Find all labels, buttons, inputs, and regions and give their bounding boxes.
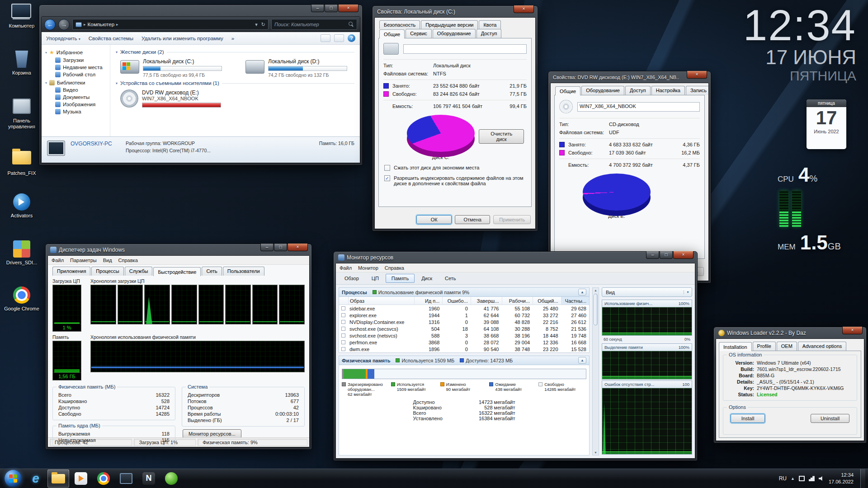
tab-cpu[interactable]: ЦП — [366, 274, 385, 283]
tab-services[interactable]: Службы — [125, 267, 153, 276]
loader-titlebar[interactable]: Windows Loader v2.2.2 - By Daz × — [716, 327, 864, 338]
process-checkbox[interactable] — [341, 320, 345, 324]
breadcrumb[interactable]: Компьютер — [88, 22, 115, 27]
close-button[interactable]: × — [338, 5, 359, 12]
index-checkbox-row[interactable]: ✓ Разрешить индексировать содержимое фай… — [379, 173, 531, 188]
forward-button[interactable]: → — [58, 19, 70, 30]
process-row[interactable]: svchost.exe (netsvcs)588338 66838 19618 … — [339, 332, 589, 339]
explorer-titlebar[interactable]: – □ × — [41, 5, 360, 16]
dialog-titlebar[interactable]: Свойства: Локальный диск (C:) × — [374, 6, 536, 17]
back-button[interactable]: ← — [44, 19, 56, 30]
section-removable[interactable]: ▾ Устройства со съемными носителями (1) — [116, 80, 354, 86]
hidden-icons-chevron[interactable]: ▲ — [791, 476, 795, 481]
tab-customize[interactable]: Настройка — [651, 86, 685, 95]
collapse-button[interactable]: ▴ — [578, 289, 586, 296]
tab-networking[interactable]: Сеть — [202, 267, 222, 276]
close-button[interactable]: × — [288, 244, 308, 251]
language-indicator[interactable]: RU — [779, 475, 787, 482]
menu-monitor[interactable]: Монитор — [358, 265, 378, 271]
process-checkbox[interactable] — [341, 306, 345, 310]
scroll-down-icon[interactable]: ▼ — [594, 451, 597, 454]
index-checkbox[interactable]: ✓ — [384, 175, 390, 181]
menu-view[interactable]: Вид — [103, 258, 112, 263]
tab-performance[interactable]: Быстродействие — [153, 267, 201, 276]
sidebar-item-recent[interactable]: Недавние места — [45, 64, 110, 71]
change-view-button[interactable] — [321, 34, 330, 42]
apply-button[interactable]: Применить — [493, 215, 531, 224]
resource-monitor-titlebar[interactable]: Монитор ресурсов – □ × — [335, 252, 695, 263]
help-button[interactable]: ? — [348, 34, 355, 42]
desktop-icon-drivers-sdi[interactable]: Drivers_SDI... — [3, 240, 41, 266]
vertical-scrollbar[interactable]: ▲ ▼ — [592, 287, 599, 455]
update-tray-icon[interactable] — [799, 476, 805, 481]
process-checkbox[interactable] — [341, 327, 345, 331]
tab-tools[interactable]: Сервис — [406, 29, 432, 38]
tab-hardware[interactable]: Оборудование — [433, 29, 476, 38]
scroll-up-icon[interactable]: ▲ — [594, 289, 597, 292]
minimize-button[interactable]: – — [311, 5, 324, 12]
resource-monitor-button[interactable]: Монитор ресурсов... — [183, 429, 241, 438]
tab-memory[interactable]: Память — [386, 274, 415, 283]
desktop-icon-control-panel[interactable]: Панель управления — [3, 98, 41, 129]
taskbar-media-player[interactable] — [70, 469, 92, 488]
sidebar-item-downloads[interactable]: Загрузки — [45, 56, 110, 64]
compress-checkbox-row[interactable]: Сжать этот диск для экономии места — [379, 163, 531, 173]
taskbar-explorer[interactable] — [47, 469, 69, 488]
refresh-icon[interactable]: ↻ — [261, 22, 265, 28]
install-button[interactable]: Install — [731, 414, 765, 423]
maximize-button[interactable]: □ — [660, 251, 673, 259]
process-checkbox[interactable] — [341, 313, 345, 317]
section-collapse-icon[interactable]: ▾ — [116, 50, 118, 54]
desktop-icon-activators[interactable]: Activators — [3, 193, 41, 219]
minimize-button[interactable]: – — [646, 251, 659, 259]
tab-previous-versions[interactable]: Предыдущие версии — [421, 20, 478, 29]
volume-tray-icon[interactable] — [819, 476, 825, 481]
processes-section-header[interactable]: Процессы Использование физической памяти… — [339, 287, 590, 297]
close-button[interactable]: × — [687, 71, 707, 79]
tab-general[interactable]: Общие — [379, 29, 405, 38]
expander-icon[interactable]: ▾ — [45, 81, 47, 85]
process-row[interactable]: dwm.exe1896090 54038 74823 22015 528 — [339, 346, 589, 352]
more-commands-button[interactable]: » — [231, 36, 234, 41]
sidebar-item-documents[interactable]: Документы — [45, 94, 110, 101]
taskbar-n-app[interactable]: N — [138, 469, 160, 488]
taskbar-terminal-app[interactable] — [115, 469, 137, 488]
uninstall-program-button[interactable]: Удалить или изменить программу — [142, 36, 223, 41]
tab-applications[interactable]: Приложения — [52, 267, 90, 276]
preview-pane-button[interactable] — [334, 34, 344, 42]
maximize-button[interactable]: □ — [325, 5, 338, 12]
process-checkbox[interactable] — [341, 347, 345, 351]
close-button[interactable]: × — [514, 5, 534, 13]
view-dropdown-button[interactable]: Вид ▾ — [602, 287, 692, 297]
tab-sharing[interactable]: Доступ — [476, 29, 502, 38]
collapse-button[interactable]: ▴ — [578, 357, 586, 364]
taskbar-green-app[interactable] — [160, 469, 182, 488]
process-checkbox[interactable] — [341, 340, 345, 344]
tab-users[interactable]: Пользователи — [223, 267, 264, 276]
process-row[interactable]: NVDisplay.Container.exe1316039 08848 828… — [339, 319, 589, 325]
drive-c-item[interactable]: Локальный диск (C:) 77,5 ГБ свободно из … — [120, 58, 229, 78]
search-box[interactable]: Поиск: Компьютер — [271, 19, 357, 30]
taskbar-internet-explorer[interactable]: e — [25, 469, 47, 488]
task-manager-titlebar[interactable]: Диспетчер задач Windows – □ × — [47, 244, 310, 255]
menu-options[interactable]: Параметры — [70, 258, 97, 263]
tab-processes[interactable]: Процессы — [91, 267, 123, 276]
process-table-header[interactable]: Образ Ид п... Ошибо... Заверш... Рабочи.… — [339, 297, 589, 305]
network-tray-icon[interactable] — [809, 476, 815, 481]
dialog-titlebar[interactable]: Свойства: DVD RW дисковод (E:) WIN7_X86_… — [550, 71, 709, 83]
taskbar-chrome[interactable] — [93, 469, 114, 488]
close-button[interactable]: × — [842, 327, 863, 334]
address-dropdown-icon[interactable]: ▾ — [255, 22, 258, 28]
desktop-icon-patches-fix[interactable]: Patches_FIX — [3, 148, 41, 176]
menu-help[interactable]: Справка — [385, 265, 404, 271]
calendar-gadget[interactable]: пятница 17 Июнь 2022 — [807, 99, 846, 149]
tab-general[interactable]: Общие — [555, 86, 580, 95]
sidebar-group-libraries[interactable]: ▾ Библиотеки — [45, 80, 110, 85]
sidebar-group-favorites[interactable]: ▾ ★ Избранное — [45, 49, 110, 56]
ok-button[interactable]: ОК — [416, 215, 452, 224]
maximize-button[interactable]: □ — [274, 244, 287, 251]
sidebar-item-desktop[interactable]: Рабочий стол — [45, 71, 110, 78]
tab-sharing[interactable]: Доступ — [625, 86, 651, 95]
section-collapse-icon[interactable]: ▾ — [116, 81, 118, 85]
drive-d-item[interactable]: Локальный диск (D:) 74,2 ГБ свободно из … — [245, 58, 354, 78]
